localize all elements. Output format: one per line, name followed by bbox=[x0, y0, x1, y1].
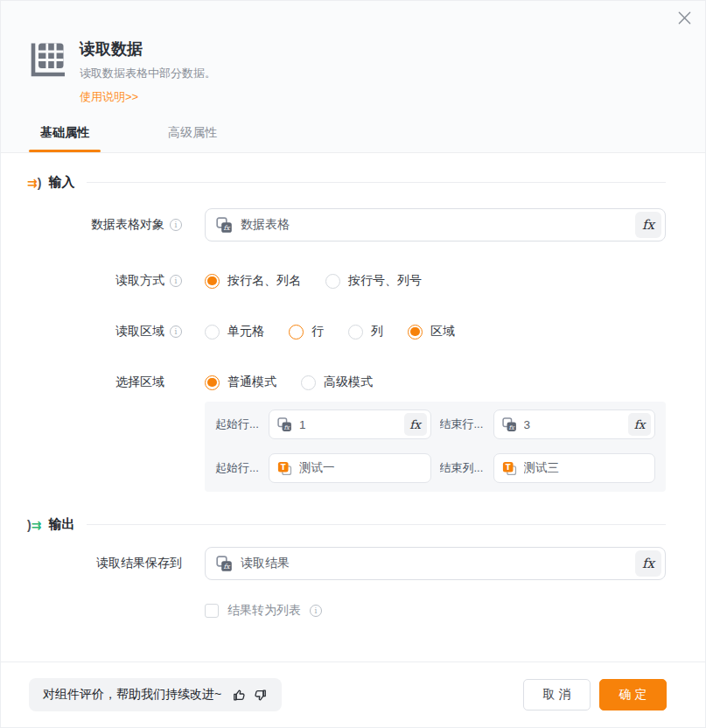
help-link[interactable]: 使用说明>> bbox=[80, 89, 138, 105]
result-value: 读取结果 bbox=[241, 556, 635, 571]
radio-icon bbox=[301, 375, 316, 390]
variable-icon: fx bbox=[216, 556, 233, 572]
start-row-label: 起始行... bbox=[215, 416, 260, 432]
page-title: 读取数据 bbox=[80, 39, 216, 59]
result-to-list-row: 结果转为列表 bbox=[205, 603, 666, 619]
svg-text:fx: fx bbox=[223, 563, 230, 570]
dialog-subtitle: 读取数据表格中部分数据。 bbox=[80, 66, 216, 81]
radio-column[interactable]: 列 bbox=[348, 324, 383, 340]
fx-button-table-object[interactable]: fx bbox=[635, 212, 661, 238]
end-row-value: 3 bbox=[524, 418, 629, 431]
output-arrows-icon: )⇉ bbox=[27, 519, 41, 531]
end-col-label: 结束列... bbox=[440, 460, 485, 476]
radio-region[interactable]: 区域 bbox=[408, 324, 455, 340]
read-data-dialog: 读取数据 读取数据表格中部分数据。 使用说明>> 基础属性 高级属性 ⇉) 输入… bbox=[0, 0, 706, 728]
output-section-header: )⇉ 输出 bbox=[27, 516, 666, 533]
radio-icon bbox=[408, 325, 423, 340]
start-col-value: 测试一 bbox=[299, 460, 427, 476]
table-object-label: 数据表格对象 bbox=[91, 217, 164, 233]
info-icon[interactable] bbox=[170, 326, 182, 338]
info-icon[interactable] bbox=[170, 219, 182, 231]
svg-text:fx: fx bbox=[223, 224, 230, 232]
radio-by-row-col-number[interactable]: 按行号、列号 bbox=[325, 273, 422, 289]
range-panel-row-2: 起始行... T 测试一 结束列... bbox=[215, 453, 655, 483]
variable-icon: fx bbox=[502, 417, 517, 432]
dialog-footer: 对组件评价，帮助我们持续改进~ 取 消 确 定 bbox=[1, 662, 705, 727]
radio-icon bbox=[205, 375, 220, 390]
svg-text:T: T bbox=[505, 463, 510, 472]
fx-button-end-row[interactable]: fx bbox=[628, 413, 651, 436]
info-icon[interactable] bbox=[310, 605, 322, 617]
variable-icon: fx bbox=[216, 217, 233, 234]
radio-normal-mode[interactable]: 普通模式 bbox=[205, 374, 276, 390]
text-type-icon: T bbox=[277, 461, 292, 476]
start-col-input[interactable]: T 测试一 bbox=[269, 453, 431, 483]
header-text: 读取数据 读取数据表格中部分数据。 使用说明>> bbox=[80, 39, 216, 105]
svg-text:T: T bbox=[281, 463, 286, 472]
radio-icon bbox=[205, 325, 220, 340]
start-row-input[interactable]: fx 1 fx bbox=[269, 410, 431, 439]
radio-cell[interactable]: 单元格 bbox=[205, 324, 264, 340]
start-row-value: 1 bbox=[299, 418, 404, 431]
section-divider bbox=[87, 182, 666, 183]
end-row-input[interactable]: fx 3 fx bbox=[493, 410, 656, 439]
table-object-value: 数据表格 bbox=[241, 217, 635, 233]
dialog-body: ⇉) 输入 数据表格对象 fx 数据表格 bbox=[1, 174, 705, 619]
range-panel-row-1: 起始行... fx 1 fx 结束行... bbox=[215, 410, 655, 439]
thumbs-up-icon[interactable] bbox=[232, 688, 247, 703]
output-section-title: 输出 bbox=[48, 516, 74, 533]
variable-icon: fx bbox=[277, 417, 292, 432]
result-to-list-checkbox[interactable] bbox=[205, 604, 219, 618]
feedback-text: 对组件评价，帮助我们持续改进~ bbox=[43, 687, 221, 703]
read-mode-label: 读取方式 bbox=[115, 273, 164, 289]
fx-button-start-row[interactable]: fx bbox=[404, 413, 427, 436]
radio-icon bbox=[289, 325, 304, 340]
input-section-header: ⇉) 输入 bbox=[27, 174, 666, 191]
end-row-label: 结束行... bbox=[440, 416, 485, 432]
result-input[interactable]: fx 读取结果 fx bbox=[205, 547, 666, 580]
section-divider bbox=[87, 524, 666, 525]
range-panel: 起始行... fx 1 fx 结束行... bbox=[205, 402, 666, 492]
read-mode-row: 读取方式 按行名、列名 按行号、列号 bbox=[27, 273, 666, 289]
read-area-row: 读取区域 单元格 行 列 bbox=[27, 324, 666, 340]
action-buttons: 取 消 确 定 bbox=[523, 679, 667, 710]
select-area-row: 选择区域 普通模式 高级模式 bbox=[27, 374, 666, 390]
table-object-row: 数据表格对象 fx 数据表格 fx bbox=[27, 208, 666, 242]
close-icon[interactable] bbox=[675, 8, 694, 27]
tab-bar: 基础属性 高级属性 bbox=[27, 125, 705, 152]
tab-basic-properties[interactable]: 基础属性 bbox=[40, 125, 89, 152]
cancel-button[interactable]: 取 消 bbox=[523, 679, 591, 710]
feedback-bar: 对组件评价，帮助我们持续改进~ bbox=[29, 678, 282, 711]
info-icon[interactable] bbox=[170, 275, 182, 287]
radio-icon bbox=[205, 274, 220, 289]
data-table-icon bbox=[27, 40, 67, 80]
tab-advanced-properties[interactable]: 高级属性 bbox=[168, 125, 217, 152]
result-row: 读取结果保存到 fx 读取结果 fx bbox=[27, 547, 666, 580]
table-object-input[interactable]: fx 数据表格 fx bbox=[205, 208, 666, 242]
radio-row[interactable]: 行 bbox=[289, 324, 324, 340]
read-area-label: 读取区域 bbox=[115, 324, 164, 340]
select-area-label: 选择区域 bbox=[115, 374, 164, 390]
thumbs-down-icon[interactable] bbox=[253, 688, 268, 703]
dialog-header: 读取数据 读取数据表格中部分数据。 使用说明>> 基础属性 高级属性 bbox=[1, 1, 705, 153]
end-col-input[interactable]: T 测试三 bbox=[493, 453, 656, 483]
confirm-button[interactable]: 确 定 bbox=[599, 679, 667, 710]
result-to-list-label: 结果转为列表 bbox=[227, 603, 301, 619]
radio-advanced-mode[interactable]: 高级模式 bbox=[301, 374, 373, 390]
select-area-radio-group: 普通模式 高级模式 bbox=[205, 374, 373, 390]
end-col-value: 测试三 bbox=[524, 460, 652, 476]
radio-icon bbox=[348, 325, 363, 340]
input-arrows-icon: ⇉) bbox=[27, 177, 41, 189]
result-label: 读取结果保存到 bbox=[96, 556, 182, 571]
start-col-label: 起始行... bbox=[215, 460, 260, 476]
read-area-radio-group: 单元格 行 列 区域 bbox=[205, 324, 455, 340]
input-section-title: 输入 bbox=[48, 174, 74, 191]
fx-button-result[interactable]: fx bbox=[635, 550, 661, 577]
radio-icon bbox=[325, 274, 340, 289]
text-type-icon: T bbox=[502, 461, 517, 476]
radio-by-row-col-name[interactable]: 按行名、列名 bbox=[205, 273, 301, 289]
read-mode-radio-group: 按行名、列名 按行号、列号 bbox=[205, 273, 422, 289]
